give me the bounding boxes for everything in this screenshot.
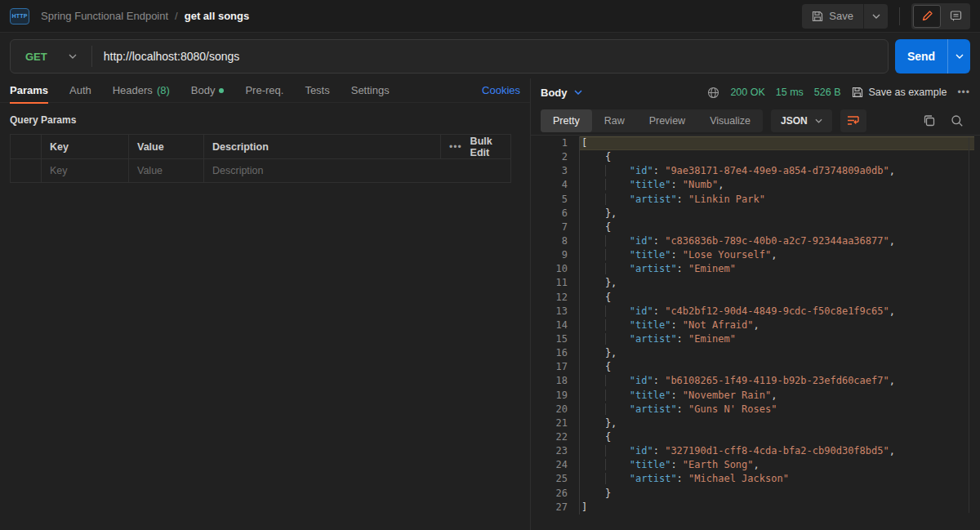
response-more-options-button[interactable]: ••• — [957, 87, 970, 98]
gutter — [568, 501, 580, 514]
key-column-header: Key — [42, 135, 129, 158]
code-line[interactable]: 19 "title": "November Rain", — [531, 389, 980, 403]
response-body-dropdown[interactable]: Body — [541, 87, 582, 99]
tab-prereq[interactable]: Pre-req. — [245, 78, 283, 103]
code-line[interactable]: 17 { — [531, 360, 980, 374]
code-line[interactable]: 16 }, — [531, 346, 980, 360]
save-button[interactable]: Save — [802, 4, 863, 29]
tab-headers[interactable]: Headers(8) — [113, 78, 170, 103]
code-line[interactable]: 24 "title": "Earth Song", — [531, 458, 980, 472]
language-label: JSON — [781, 115, 808, 127]
code-text: "artist": "Eminem" — [580, 332, 980, 346]
line-number: 19 — [531, 389, 568, 403]
save-icon — [852, 87, 863, 98]
code-line[interactable]: 18 "id": "b6108265-1f49-4119-b92b-23efd6… — [531, 374, 980, 388]
code-text: [ — [580, 136, 974, 150]
code-line[interactable]: 3 "id": "9ae38171-87e4-49e9-a854-d737480… — [531, 164, 980, 178]
language-dropdown[interactable]: JSON — [771, 109, 832, 132]
search-icon[interactable] — [951, 114, 964, 127]
edit-documentation-button[interactable] — [913, 5, 941, 28]
view-tab-pretty[interactable]: Pretty — [541, 109, 592, 132]
table-row: Key Value Description — [11, 158, 510, 182]
code-line[interactable]: 11 }, — [531, 276, 980, 290]
code-line[interactable]: 5 "artist": "Linkin Park" — [531, 193, 980, 207]
tab-body[interactable]: Body — [191, 78, 225, 103]
tab-label: Headers — [113, 84, 153, 96]
response-body-viewer[interactable]: 1[2 {3 "id": "9ae38171-87e4-49e9-a854-d7… — [531, 136, 980, 529]
line-number: 21 — [531, 416, 568, 430]
code-line[interactable]: 23 "id": "327190d1-cff8-4cda-bfa2-cb90d3… — [531, 444, 980, 458]
line-number: 12 — [531, 291, 568, 305]
line-number: 9 — [531, 248, 568, 262]
code-text: "title": "Earth Song", — [580, 458, 980, 472]
tab-settings[interactable]: Settings — [351, 78, 390, 103]
query-params-title: Query Params — [0, 103, 530, 134]
view-tab-preview[interactable]: Preview — [637, 109, 697, 132]
code-text: "id": "9ae38171-87e4-49e9-a854-d7374809a… — [580, 164, 980, 178]
tab-label: Tests — [305, 84, 329, 96]
params-more-options-button[interactable]: ••• — [449, 141, 462, 153]
line-number: 18 — [531, 374, 568, 388]
copy-icon[interactable] — [923, 114, 936, 127]
code-line[interactable]: 9 "title": "Lose Yourself", — [531, 248, 980, 262]
gutter — [568, 193, 580, 207]
code-line[interactable]: 1[ — [531, 136, 980, 150]
response-size[interactable]: 526 B — [814, 87, 841, 98]
chevron-down-icon — [574, 90, 582, 95]
gutter — [568, 346, 580, 360]
response-action-icons — [923, 114, 970, 127]
description-input[interactable]: Description — [204, 159, 510, 182]
wrap-text-button[interactable] — [840, 109, 866, 132]
code-line[interactable]: 6 }, — [531, 207, 980, 220]
code-line[interactable]: 14 "title": "Not Afraid", — [531, 318, 980, 332]
breadcrumb-collection[interactable]: Spring Functional Endpoint — [41, 10, 168, 22]
view-tab-visualize[interactable]: Visualize — [697, 109, 763, 132]
comments-button[interactable] — [942, 5, 969, 28]
tab-auth[interactable]: Auth — [69, 78, 91, 103]
line-number: 14 — [531, 318, 568, 332]
key-input[interactable]: Key — [42, 159, 129, 182]
send-button[interactable]: Send — [895, 39, 947, 73]
network-globe-icon[interactable] — [707, 87, 719, 99]
code-line[interactable]: 10 "artist": "Eminem" — [531, 262, 980, 276]
code-line[interactable]: 22 { — [531, 430, 980, 444]
gutter — [568, 374, 580, 388]
method-selector[interactable]: GET — [11, 51, 91, 63]
query-params-table: Key Value Description ••• Bulk Edit Key … — [10, 134, 511, 183]
code-line[interactable]: 25 "artist": "Michael Jackson" — [531, 472, 980, 486]
breadcrumb-request-name[interactable]: get all songs — [185, 10, 249, 22]
line-number: 17 — [531, 360, 568, 374]
value-input[interactable]: Value — [129, 159, 204, 182]
gutter — [568, 389, 580, 403]
response-time[interactable]: 15 ms — [776, 87, 804, 98]
code-line[interactable]: 13 "id": "c4b2bf12-90d4-4849-9cdc-f50c8e… — [531, 305, 980, 318]
code-line[interactable]: 26 } — [531, 487, 980, 501]
code-line[interactable]: 21 }, — [531, 416, 980, 430]
code-line[interactable]: 27] — [531, 501, 980, 514]
code-text: { — [580, 150, 980, 164]
request-panel: ParamsAuthHeaders(8)BodyPre-req.TestsSet… — [0, 78, 531, 530]
save-as-example-button[interactable]: Save as example — [852, 87, 947, 98]
line-number: 10 — [531, 262, 568, 276]
save-options-button[interactable] — [863, 4, 888, 29]
scrollbar[interactable] — [969, 137, 969, 513]
tab-params[interactable]: Params — [10, 78, 48, 103]
url-input[interactable]: http://localhost:8080/songs — [92, 50, 252, 63]
tab-count-badge: (8) — [157, 84, 170, 96]
code-line[interactable]: 20 "artist": "Guns N' Roses" — [531, 403, 980, 416]
code-text: "id": "327190d1-cff8-4cda-bfa2-cb90d30f8… — [580, 444, 980, 458]
tab-tests[interactable]: Tests — [305, 78, 329, 103]
view-tab-raw[interactable]: Raw — [592, 109, 637, 132]
cookies-link[interactable]: Cookies — [482, 84, 520, 96]
code-line[interactable]: 8 "id": "c836836b-789c-40b0-a2c7-92344aa… — [531, 234, 980, 248]
send-options-button[interactable] — [947, 39, 970, 73]
code-line[interactable]: 12 { — [531, 291, 980, 305]
code-line[interactable]: 7 { — [531, 220, 980, 234]
bulk-edit-button[interactable]: Bulk Edit — [470, 136, 501, 158]
code-line[interactable]: 4 "title": "Numb", — [531, 178, 980, 192]
code-line[interactable]: 15 "artist": "Eminem" — [531, 332, 980, 346]
status-badge[interactable]: 200 OK — [730, 87, 764, 98]
code-line[interactable]: 2 { — [531, 150, 980, 164]
line-number: 1 — [531, 136, 568, 150]
gutter — [568, 318, 580, 332]
